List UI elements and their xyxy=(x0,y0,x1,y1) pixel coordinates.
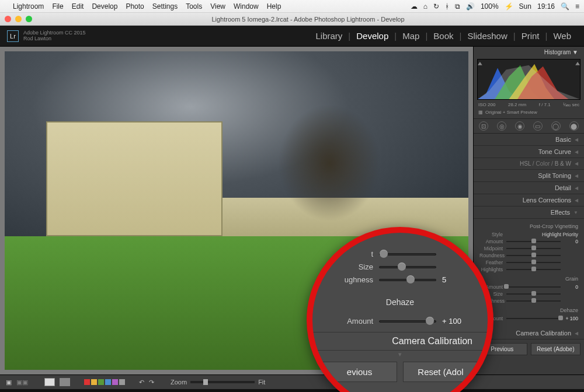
local-tools-row: ⊡ ◎ ◉ ▭ ◯ ⬤ xyxy=(474,118,584,134)
grain-size[interactable]: Size xyxy=(479,291,578,297)
zoom-label: Zoom xyxy=(171,379,187,386)
flag-pick-icon[interactable] xyxy=(44,378,55,386)
window-title: Lightroom 5 Iomega-2.lrcat - Adobe Photo… xyxy=(37,16,579,23)
color-none[interactable] xyxy=(119,379,125,385)
macos-menubar: Lightroom File Edit Develop Photo Settin… xyxy=(0,0,584,13)
clock-day: Sun xyxy=(519,2,531,10)
grad-tool-icon[interactable]: ▭ xyxy=(533,121,543,131)
crop-tool-icon[interactable]: ⊡ xyxy=(479,121,488,131)
window-titlebar: Lightroom 5 Iomega-2.lrcat - Adobe Photo… xyxy=(0,13,584,26)
color-green[interactable] xyxy=(98,379,104,385)
zoom-fit-label[interactable]: Fit xyxy=(258,379,265,386)
wifi-icon[interactable]: ⧉ xyxy=(455,2,460,10)
svg-marker-1 xyxy=(575,62,580,65)
close-window-button[interactable] xyxy=(5,16,11,22)
vignette-feather[interactable]: Feather xyxy=(479,260,578,265)
grain-amount[interactable]: Amount0 xyxy=(479,284,578,290)
clock-time: 19:16 xyxy=(537,2,555,10)
module-slideshow[interactable]: Slideshow xyxy=(461,31,513,41)
grain-roughness[interactable]: Roughness xyxy=(479,298,578,304)
notifications-icon[interactable]: ≡ xyxy=(575,2,579,10)
vignette-amount[interactable]: Amount0 xyxy=(479,239,578,244)
svg-marker-0 xyxy=(478,62,482,65)
zoom-window-button[interactable] xyxy=(26,16,32,22)
compare-view-icon[interactable]: ▣▣ xyxy=(16,379,28,386)
menu-app[interactable]: Lightroom xyxy=(13,2,44,10)
mag-dehaze-amount[interactable]: Amount + 100 xyxy=(330,317,470,326)
vignette-highlights[interactable]: Highlights xyxy=(479,267,578,272)
module-library[interactable]: Library xyxy=(310,31,348,41)
module-develop[interactable]: Develop xyxy=(350,31,394,41)
menu-develop[interactable]: Develop xyxy=(92,2,117,10)
vignette-style[interactable]: Style Highlight Priority xyxy=(479,232,578,237)
dropbox-icon[interactable]: ⌂ xyxy=(423,2,427,10)
brush-tool-icon[interactable]: ⬤ xyxy=(569,121,579,131)
zoom-slider[interactable] xyxy=(190,381,255,383)
panel-basic[interactable]: Basic◀ xyxy=(474,134,584,146)
panel-hsl[interactable]: HSL / Color / B & W◀ xyxy=(474,158,584,170)
building-region xyxy=(46,121,223,236)
panel-splittoning[interactable]: Split Toning◀ xyxy=(474,170,584,182)
menu-view[interactable]: View xyxy=(210,2,225,10)
panel-lenscorr[interactable]: Lens Corrections◀ xyxy=(474,194,584,206)
mag-reset-button[interactable]: Reset (Adol xyxy=(403,362,478,382)
vignette-heading: Post-Crop Vignetting xyxy=(479,221,578,230)
volume-icon[interactable]: 🔊 xyxy=(466,2,475,10)
tree-region xyxy=(260,83,399,243)
preview-mode[interactable]: ▦ Original + Smart Preview xyxy=(474,110,584,118)
reset-button[interactable]: Reset (Adobe) xyxy=(531,343,581,355)
menu-tools[interactable]: Tools xyxy=(186,2,202,10)
dehaze-amount[interactable]: Amount+ 100 xyxy=(479,316,578,321)
color-label-row xyxy=(84,379,125,385)
panel-effects[interactable]: Effects▼ xyxy=(474,206,584,219)
mag-row-roughness[interactable]: ughness 5 xyxy=(330,275,470,284)
bluetooth-icon[interactable]: ᚼ xyxy=(445,2,449,10)
module-print[interactable]: Print xyxy=(516,31,545,41)
vignette-midpoint[interactable]: Midpoint xyxy=(479,246,578,251)
color-yellow[interactable] xyxy=(91,379,97,385)
color-purple[interactable] xyxy=(112,379,118,385)
mag-row-size[interactable]: Size xyxy=(330,262,470,271)
flag-reject-icon[interactable] xyxy=(60,378,70,386)
minimize-window-button[interactable] xyxy=(15,16,22,22)
color-blue[interactable] xyxy=(105,379,111,385)
mag-camera-cal[interactable]: Camera Calibration xyxy=(312,332,488,350)
histogram-header[interactable]: Histogram ▼ xyxy=(474,47,584,58)
histogram[interactable] xyxy=(477,59,580,100)
module-picker: Library| Develop| Map| Book| Slideshow| … xyxy=(310,31,577,41)
menu-photo[interactable]: Photo xyxy=(126,2,144,10)
module-web[interactable]: Web xyxy=(547,31,577,41)
mag-row-amounttop[interactable]: t xyxy=(330,250,470,258)
cloud-icon[interactable]: ☁ xyxy=(411,2,418,10)
preview-icon: ▦ xyxy=(478,110,483,115)
menu-file[interactable]: File xyxy=(52,2,63,10)
histogram-meta: ISO 200 28.2 mm f / 7.1 ¹⁄₄₂₀ sec xyxy=(474,102,584,110)
rotate-ccw-icon[interactable]: ↶ xyxy=(139,379,144,386)
menu-window[interactable]: Window xyxy=(234,2,259,10)
radial-tool-icon[interactable]: ◯ xyxy=(551,121,561,131)
develop-toolbar: ▣ ▣▣ ↶ ↷ Zoom Fit xyxy=(0,374,584,392)
redeye-tool-icon[interactable]: ◉ xyxy=(515,121,524,131)
app-topbar: Lr Adobe Lightroom CC 2015 Rod Lawton Li… xyxy=(0,26,584,47)
mag-previous-button[interactable]: evious xyxy=(322,362,397,382)
spot-tool-icon[interactable]: ◎ xyxy=(497,121,506,131)
mag-dehaze-heading: Dehaze xyxy=(312,298,488,307)
dehaze-heading: Dehaze xyxy=(479,305,578,314)
module-map[interactable]: Map xyxy=(397,31,425,41)
spotlight-icon[interactable]: 🔍 xyxy=(561,2,569,10)
vignette-roundness[interactable]: Roundness xyxy=(479,253,578,258)
menu-help[interactable]: Help xyxy=(267,2,281,10)
module-book[interactable]: Book xyxy=(427,31,459,41)
panel-detail[interactable]: Detail◀ xyxy=(474,182,584,194)
menu-edit[interactable]: Edit xyxy=(72,2,84,10)
loupe-view-icon[interactable]: ▣ xyxy=(6,379,12,386)
sync-icon[interactable]: ↻ xyxy=(433,2,439,10)
battery-icon: ⚡ xyxy=(505,2,513,10)
battery-percent: 100% xyxy=(481,2,499,10)
panel-tonecurve[interactable]: Tone Curve◀ xyxy=(474,146,584,158)
color-red[interactable] xyxy=(84,379,90,385)
menu-settings[interactable]: Settings xyxy=(152,2,178,10)
chevron-down-icon: ▼ xyxy=(573,210,578,215)
traffic-lights[interactable] xyxy=(5,16,32,22)
rotate-cw-icon[interactable]: ↷ xyxy=(149,379,154,386)
